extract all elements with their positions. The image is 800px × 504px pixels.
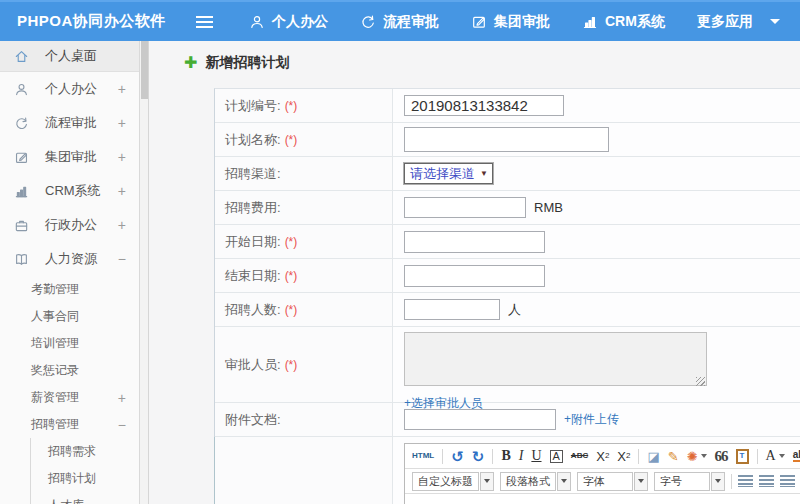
sidebar-item-5[interactable]: CRM系统+ — [0, 174, 139, 208]
editor-content-area[interactable] — [405, 494, 800, 504]
sidebar-subitem-培训管理[interactable]: 培训管理 — [0, 330, 139, 357]
format-brush-icon[interactable]: ✎ — [668, 450, 679, 463]
collapse-icon[interactable]: − — [118, 417, 126, 433]
sidebar-item-label: 流程审批 — [45, 114, 97, 132]
dropdown-arrow-icon[interactable] — [480, 472, 494, 491]
redo-icon[interactable]: ↻ — [472, 449, 485, 464]
paste-icon[interactable]: T — [736, 449, 749, 464]
sidebar-subitem-招聘管理[interactable]: 招聘管理− — [0, 411, 139, 438]
bordered-text-button[interactable]: A — [550, 450, 563, 463]
field-input-9[interactable] — [404, 409, 556, 430]
field-input-4[interactable] — [404, 197, 526, 218]
scrollbar-thumb[interactable] — [141, 41, 148, 99]
rich-text-editor: HTML↺↻BIUAABCX2X2◪✎✺66TAab▤自定义标题段落格式字体字号… — [404, 443, 800, 504]
strikethrough-button[interactable]: ABC — [571, 452, 588, 460]
bold-button[interactable]: B — [501, 449, 510, 463]
expand-icon[interactable]: + — [118, 81, 126, 97]
expand-icon[interactable]: + — [118, 390, 126, 406]
field-value-cell — [393, 259, 800, 292]
font-color-dropdown[interactable]: A — [766, 449, 785, 463]
channel-select[interactable]: 请选择渠道▼ — [404, 163, 493, 184]
font-color-label: A — [766, 449, 776, 463]
field-label-cell: 结束日期:(*) — [215, 259, 393, 292]
topnav-item-5[interactable]: 更多应用 — [681, 2, 796, 41]
dropdown-arrow-icon[interactable] — [701, 454, 707, 458]
highlight-dropdown[interactable]: ab — [793, 450, 800, 462]
expand-icon[interactable]: + — [118, 149, 126, 165]
sidebar-subitem-考勤管理[interactable]: 考勤管理 — [0, 276, 139, 303]
chevron-down-icon[interactable] — [770, 19, 780, 24]
topnav-item-4[interactable]: CRM系统 — [566, 2, 681, 41]
font-family-select[interactable]: 字体 — [577, 472, 648, 491]
sidebar-item-6[interactable]: 行政办公+ — [0, 208, 139, 242]
sidebar-subitem-人事合同[interactable]: 人事合同 — [0, 303, 139, 330]
briefcase-icon — [14, 218, 37, 233]
field-label-cell: 附件文档: — [215, 403, 393, 436]
required-mark: (*) — [285, 358, 298, 372]
form-row-4: 招聘费用:RMB — [215, 191, 800, 225]
topnav-label: 集团审批 — [494, 13, 550, 31]
sidebar-leaf-招聘需求[interactable]: 招聘需求 — [31, 438, 139, 465]
field-value-cell — [393, 225, 800, 258]
expand-icon[interactable]: + — [118, 217, 126, 233]
collapse-icon[interactable]: − — [118, 251, 126, 267]
field-value-cell — [393, 123, 800, 156]
expand-icon[interactable]: + — [118, 115, 126, 131]
resize-grip-icon[interactable] — [696, 377, 705, 386]
topnav-item-1[interactable]: 个人办公 — [233, 2, 344, 41]
field-label-cell: 计划名称:(*) — [215, 123, 393, 156]
field-input-6[interactable] — [404, 265, 545, 287]
field-input-7[interactable] — [404, 299, 500, 320]
italic-button[interactable]: I — [519, 449, 524, 463]
home-icon — [14, 49, 37, 64]
topnav-item-2[interactable]: 流程审批 — [344, 2, 455, 41]
sidebar-item-7[interactable]: 人力资源− — [0, 242, 139, 276]
field-label: 招聘渠道: — [225, 165, 281, 183]
field-label: 结束日期: — [225, 267, 281, 285]
superscript-button[interactable]: X2 — [596, 450, 609, 463]
subscript-button[interactable]: X2 — [617, 450, 630, 463]
dropdown-arrow-icon[interactable] — [557, 472, 571, 491]
required-mark: (*) — [285, 133, 298, 147]
toolbar-select-value: 字体 — [577, 472, 633, 491]
dropdown-arrow-icon[interactable] — [634, 472, 648, 491]
sidebar-subitem-薪资管理[interactable]: 薪资管理+ — [0, 384, 139, 411]
dropdown-arrow-icon[interactable] — [779, 454, 785, 458]
field-input-1[interactable] — [404, 95, 564, 116]
sidebar-subitem-奖惩记录[interactable]: 奖惩记录 — [0, 357, 139, 384]
form-row-10: HTML↺↻BIUAABCX2X2◪✎✺66TAab▤自定义标题段落格式字体字号… — [214, 437, 800, 504]
recruitment-plan-form: 计划编号:(*)计划名称:(*)招聘渠道:请选择渠道▼招聘费用:RMB开始日期:… — [214, 88, 800, 504]
sidebar-item-3[interactable]: 流程审批+ — [0, 106, 139, 140]
sidebar-leaf-人才库[interactable]: 人才库 — [31, 492, 139, 504]
attachment-upload-link[interactable]: +附件上传 — [564, 411, 619, 428]
paint-dropdown-icon[interactable]: ✺ — [687, 450, 707, 463]
underline-button[interactable]: U — [531, 449, 541, 463]
align-left-icon[interactable] — [738, 475, 753, 487]
align-center-icon[interactable] — [759, 475, 774, 487]
font-size-select[interactable]: 字号 — [654, 472, 725, 491]
sidebar-item-1[interactable]: 个人桌面 — [0, 41, 139, 72]
eraser-icon[interactable]: ◪ — [647, 450, 659, 463]
paragraph-select[interactable]: 段落格式 — [500, 472, 571, 491]
field-input-5[interactable] — [404, 231, 545, 253]
style-select[interactable]: 自定义标题 — [412, 472, 494, 491]
dropdown-arrow-icon[interactable] — [711, 472, 725, 491]
sidebar-leaf-招聘计划[interactable]: 招聘计划 — [31, 465, 139, 492]
hamburger-menu-icon[interactable] — [196, 21, 213, 23]
field-label: 审批人员: — [225, 356, 281, 374]
field-input-2[interactable] — [404, 127, 609, 152]
topnav-label: 个人办公 — [272, 13, 328, 31]
align-right-icon[interactable] — [780, 475, 795, 487]
topnav-item-3[interactable]: 集团审批 — [455, 2, 566, 41]
approver-textarea[interactable] — [404, 332, 707, 386]
html-source-button[interactable]: HTML — [412, 452, 434, 460]
field-value-cell: HTML↺↻BIUAABCX2X2◪✎✺66TAab▤自定义标题段落格式字体字号… — [393, 437, 800, 504]
user-icon — [249, 14, 265, 30]
sidebar-item-label: 人力资源 — [45, 250, 97, 268]
sidebar-scrollbar[interactable] — [140, 41, 149, 504]
sidebar-item-2[interactable]: 个人办公+ — [0, 72, 139, 106]
blockquote-button[interactable]: 66 — [715, 449, 728, 464]
expand-icon[interactable]: + — [118, 183, 126, 199]
sidebar-item-4[interactable]: 集团审批+ — [0, 140, 139, 174]
undo-icon[interactable]: ↺ — [451, 449, 464, 464]
